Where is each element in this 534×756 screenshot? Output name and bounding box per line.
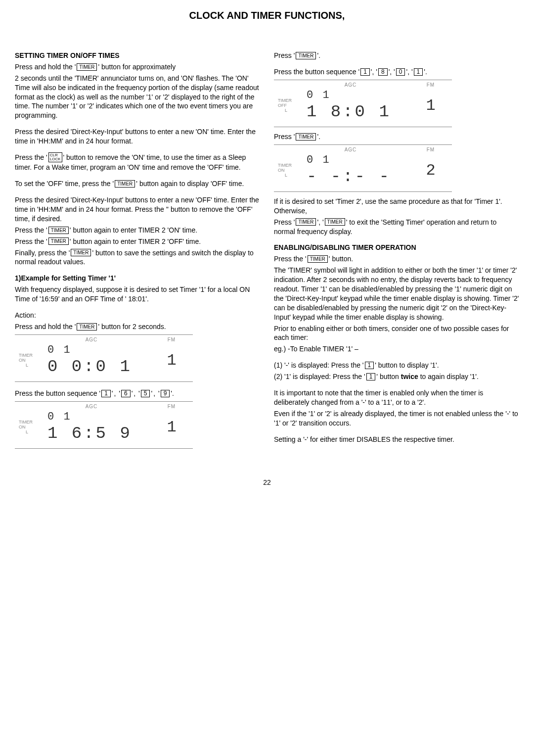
lcd-big-readout: 0 0:0 1	[47, 356, 154, 378]
text: Press the 'TIMER' button again to enter …	[15, 226, 260, 235]
heading-example: 1)Example for Setting Timer '1'	[15, 274, 260, 283]
timer-button-label: TIMER	[308, 255, 328, 263]
heading-enable-disable: ENABLING/DISABLING TIMER OPERATION	[274, 243, 519, 252]
key-1: 1	[101, 390, 111, 397]
key-6: 6	[121, 390, 131, 397]
lcd-l: L	[278, 108, 307, 113]
text: Press 'TIMER'.	[274, 132, 519, 142]
text: Press the desired 'Direct-Key-Input' but…	[15, 127, 260, 146]
right-column: Press 'TIMER'. Press the button sequence…	[274, 51, 519, 454]
text: (2) '1' is displayed: Press the '1' butt…	[274, 372, 519, 381]
lcd-big-readout: - -:- -	[307, 166, 413, 189]
timer-button-label: TIMER	[115, 180, 135, 188]
lcd-agc: AGC	[278, 82, 413, 89]
text: Press and hold the	[15, 323, 75, 331]
text: Press the 'CLRLOCK' button to remove the…	[15, 153, 260, 172]
lcd-l: L	[19, 363, 47, 368]
lcd-right-digit: 1	[413, 95, 448, 116]
text: 2 seconds until the 'TIMER' annunciator …	[15, 74, 260, 120]
lcd-display: AGC FM TIMERON L 0 1 1 6:5 9 1	[15, 401, 193, 449]
text: button	[380, 373, 401, 380]
text: To set the 'OFF' time, press the	[15, 180, 113, 188]
lcd-timer-off: TIMEROFF	[278, 98, 307, 108]
clr-lock-button-label: CLRLOCK	[48, 152, 62, 162]
key-1: 1	[366, 373, 376, 380]
text: Press the desired 'Direct-Key-Input' but…	[15, 195, 260, 224]
key-8: 8	[378, 68, 388, 76]
lcd-display: AGC FM TIMERON L 0 1 0 0:0 1 1	[15, 334, 193, 382]
lcd-right-digit: 1	[154, 417, 189, 438]
text: Even if the '1' or '2' is already displa…	[274, 409, 519, 428]
text: Finally, press the 'TIMER' button to sav…	[15, 248, 260, 267]
text: Press	[274, 51, 294, 59]
text: button.	[332, 255, 353, 263]
text: button for approximately	[101, 63, 176, 71]
text: (1) '-' is displayed: Press the '1' butt…	[274, 361, 519, 370]
lcd-display: AGC FM TIMERON L 0 1 - -:- - 2	[274, 144, 452, 192]
text: Press the 'TIMER' button.	[274, 254, 519, 264]
text: Press the	[274, 255, 305, 263]
lcd-l: L	[19, 430, 47, 435]
text: If it is desired to set 'Timer 2', use t…	[274, 197, 519, 216]
lcd-display: AGC FM TIMEROFF L 0 1 1 8:0 1 1	[274, 80, 452, 127]
text: eg.) -To Enable TIMER '1' –	[274, 344, 519, 354]
text: Setting a '-' for either timer DISABLES …	[274, 435, 519, 444]
lcd-agc: AGC	[278, 146, 413, 153]
text: button to display '1'.	[378, 361, 439, 369]
key-5: 5	[141, 390, 150, 397]
key-9: 9	[161, 390, 170, 397]
timer-button-label: TIMER	[48, 237, 69, 245]
action-label: Action:	[15, 311, 260, 320]
text: Press the	[15, 237, 46, 245]
key-1: 1	[360, 68, 370, 76]
lcd-timer-on: TIMERON	[278, 163, 307, 173]
lcd-big-readout: 1 6:5 9	[47, 423, 154, 445]
timer-button-label: TIMER	[48, 227, 69, 234]
lcd-timer-on: TIMERON	[19, 420, 47, 430]
lcd-fm: FM	[413, 146, 448, 153]
text: Press the button sequence '1', '6', '5',…	[15, 389, 260, 398]
text: Press and hold the 'TIMER' button for 2 …	[15, 322, 260, 331]
timer-button-label: TIMER	[71, 249, 91, 256]
text: Press 'TIMER', 'TIMER' to exit the 'Sett…	[274, 218, 519, 236]
lcd-l: L	[278, 173, 307, 178]
text: to again display '1'.	[418, 373, 479, 380]
lcd-big-readout: 1 8:0 1	[307, 101, 413, 124]
page-title: CLOCK AND TIMER FUNCTIONS,	[15, 10, 519, 21]
text: button for 2 seconds.	[101, 323, 166, 331]
text: Press 'TIMER'.	[274, 51, 519, 60]
text: (1) '-' is displayed: Press the	[274, 361, 362, 369]
text: With frequency displayed, suppose it is …	[15, 285, 260, 304]
text: It is important to note that the timer i…	[274, 388, 519, 407]
text: Press	[274, 133, 294, 141]
text: Press the 'TIMER' button again to enter …	[15, 237, 260, 246]
text: button again to enter TIMER 2 'ON' time.	[73, 226, 197, 234]
timer-button-label: TIMER	[296, 133, 316, 141]
text: Finally, press the	[15, 249, 69, 257]
lcd-right-digit: 2	[413, 160, 448, 181]
text: (2) '1' is displayed: Press the	[274, 373, 364, 380]
text: To set the 'OFF' time, press the 'TIMER'…	[15, 179, 260, 189]
text: Press and hold the 'TIMER' button for ap…	[15, 62, 260, 72]
lcd-timer-on: TIMERON	[19, 353, 47, 363]
heading-setting-timer: SETTING TIMER ON/OFF TIMES	[15, 51, 260, 60]
left-column: SETTING TIMER ON/OFF TIMES Press and hol…	[15, 51, 260, 454]
text: Press the button sequence	[274, 68, 358, 76]
text: button again to display 'OFF' time.	[139, 180, 244, 188]
text: Press the	[15, 226, 46, 234]
text: Prior to enabling either or both timers,…	[274, 324, 519, 343]
timer-button-label: TIMER	[296, 52, 316, 59]
lcd-fm: FM	[154, 336, 189, 343]
timer-button-label: TIMER	[77, 63, 97, 71]
lcd-fm: FM	[413, 82, 448, 89]
text-bold: twice	[401, 373, 418, 380]
page-number: 22	[15, 478, 519, 486]
timer-button-label: TIMER	[325, 218, 345, 226]
key-1: 1	[365, 362, 374, 369]
lcd-right-digit: 1	[154, 350, 189, 371]
lcd-fm: FM	[154, 403, 189, 410]
timer-button-label: TIMER	[296, 218, 316, 226]
lcd-agc: AGC	[19, 336, 154, 343]
key-1: 1	[414, 68, 423, 76]
text: Press the button sequence	[15, 389, 99, 397]
